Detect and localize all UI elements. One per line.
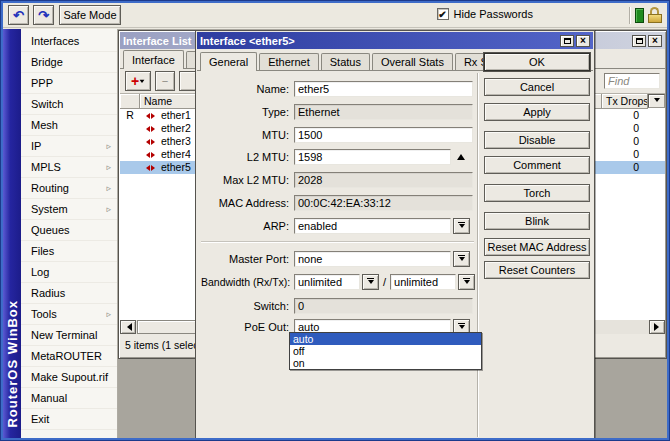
maximize-button[interactable] [632, 35, 646, 47]
scroll-left-button[interactable] [120, 320, 136, 334]
max-l2mtu-value: 2028 [294, 172, 473, 188]
sidebar-item-switch[interactable]: Switch [21, 94, 117, 115]
sidebar-item-interfaces[interactable]: Interfaces [21, 31, 117, 52]
dropdown-option-off[interactable]: off [290, 345, 481, 357]
winbox-window: ↶ ↷ Safe Mode ✔ Hide Passwords RouterOS … [0, 0, 670, 441]
blink-button[interactable]: Blink [484, 212, 590, 230]
tab-status[interactable]: Status [321, 53, 370, 70]
sidebar-item-queues[interactable]: Queues [21, 220, 117, 241]
mtu-input[interactable] [294, 127, 473, 143]
cancel-button[interactable]: Cancel [484, 78, 590, 96]
comment-button[interactable]: Comment [484, 156, 590, 174]
main-toolbar: ↶ ↷ Safe Mode ✔ Hide Passwords [3, 3, 667, 28]
bandwidth-separator: / [383, 276, 386, 288]
name-input[interactable] [294, 81, 473, 97]
master-port-dropdown-button[interactable] [453, 251, 470, 267]
poe-out-dropdown-list: auto off on [289, 332, 482, 370]
disable-button[interactable]: Disable [484, 131, 590, 149]
reset-counters-button[interactable]: Reset Counters [484, 261, 590, 279]
torch-button[interactable]: Torch [484, 184, 590, 202]
maximize-icon [636, 38, 643, 44]
sidebar-item-files[interactable]: Files [21, 241, 117, 262]
sidebar-item-log[interactable]: Log [21, 262, 117, 283]
arrow-right-icon [654, 323, 663, 331]
poe-out-field-label: PoE Out: [201, 321, 289, 333]
tab-interface[interactable]: Interface [123, 50, 184, 69]
apply-button[interactable]: Apply [484, 103, 590, 121]
brand-strip: RouterOS WinBox [3, 29, 21, 438]
scroll-right-button[interactable] [649, 320, 665, 334]
sidebar-item-mpls[interactable]: MPLS▹ [21, 157, 117, 178]
plus-icon: + [131, 73, 139, 89]
hide-passwords-label: Hide Passwords [454, 8, 533, 20]
form-separator [201, 241, 474, 243]
tab-overall-stats[interactable]: Overall Stats [372, 53, 453, 70]
sidebar-item-ip[interactable]: IP▹ [21, 136, 117, 157]
tab-ethernet[interactable]: Ethernet [259, 53, 319, 70]
undo-button[interactable]: ↶ [8, 5, 29, 25]
sidebar-item-ppp[interactable]: PPP [21, 73, 117, 94]
close-button[interactable]: × [576, 35, 590, 47]
dropdown-icon [458, 323, 465, 332]
master-port-field-label: Master Port: [201, 253, 289, 265]
ethernet-interface-icon [143, 152, 158, 158]
dropdown-option-auto[interactable]: auto [290, 333, 481, 345]
sidebar-menu: Interfaces Bridge PPP Switch Mesh IP▹ MP… [21, 29, 118, 438]
bandwidth-tx-dropdown-button[interactable] [458, 274, 475, 290]
submenu-arrow-icon: ▹ [106, 199, 111, 220]
safe-mode-button[interactable]: Safe Mode [59, 5, 121, 25]
sidebar-item-new-terminal[interactable]: New Terminal [21, 325, 117, 346]
sidebar-item-manual[interactable]: Manual [21, 388, 117, 409]
hide-passwords-checkbox[interactable]: ✔ [437, 8, 449, 20]
sidebar-item-mesh[interactable]: Mesh [21, 115, 117, 136]
bandwidth-rx-select[interactable]: unlimited [294, 274, 360, 290]
sidebar-item-radius[interactable]: Radius [21, 283, 117, 304]
arp-select[interactable]: enabled [294, 218, 451, 234]
bandwidth-rx-dropdown-button[interactable] [362, 274, 379, 290]
switch-value: 0 [294, 298, 473, 314]
connection-status-indicator [635, 8, 644, 23]
tab-general[interactable]: General [200, 52, 257, 71]
sidebar-item-metarouter[interactable]: MetaROUTER [21, 346, 117, 367]
ethernet-interface-icon [143, 165, 158, 171]
sidebar-item-bridge[interactable]: Bridge [21, 52, 117, 73]
bandwidth-tx-select[interactable]: unlimited [390, 274, 456, 290]
toolbar-separator [629, 7, 631, 24]
remove-interface-button[interactable]: − [155, 71, 175, 91]
mtu-field-label: MTU: [201, 129, 289, 141]
sidebar-item-routing[interactable]: Routing▹ [21, 178, 117, 199]
sidebar-item-exit[interactable]: Exit [21, 409, 117, 430]
checkmark-icon: ✔ [438, 9, 446, 20]
reset-mac-address-button[interactable]: Reset MAC Address [484, 238, 590, 256]
add-interface-button[interactable]: + [125, 71, 151, 91]
master-port-select[interactable]: none [294, 251, 451, 267]
redo-button[interactable]: ↷ [33, 5, 54, 25]
sidebar-item-tools[interactable]: Tools▹ [21, 304, 117, 325]
dropdown-icon [458, 222, 465, 231]
undo-icon: ↶ [13, 8, 24, 23]
type-value: Ethernet [294, 104, 473, 120]
dialog-titlebar[interactable]: Interface <ether5> × [197, 32, 593, 49]
find-input[interactable] [604, 73, 660, 89]
maximize-button[interactable] [560, 35, 574, 47]
l2mtu-field-label: L2 MTU: [201, 151, 289, 163]
dropdown-option-on[interactable]: on [290, 357, 481, 369]
flag-column-header[interactable] [120, 94, 140, 109]
column-select-button[interactable] [648, 94, 665, 108]
close-button[interactable]: × [648, 35, 662, 47]
redo-icon: ↷ [38, 8, 49, 23]
sidebar-item-system[interactable]: System▹ [21, 199, 117, 220]
switch-field-label: Switch: [201, 300, 289, 312]
ok-button[interactable]: OK [484, 53, 590, 71]
maximize-icon [564, 38, 571, 44]
sidebar-item-make-supout[interactable]: Make Supout.rif [21, 367, 117, 388]
l2mtu-input[interactable] [294, 149, 451, 165]
ethernet-interface-icon [143, 113, 158, 119]
arp-dropdown-button[interactable] [453, 218, 470, 234]
tx-drops-column-header[interactable]: Tx Drops [602, 94, 648, 109]
close-icon: × [580, 36, 586, 46]
bandwidth-field-label: Bandwidth (Rx/Tx): [201, 276, 289, 288]
interface-ether5-dialog: Interface <ether5> × General Ethernet St… [195, 30, 595, 440]
mac-address-field-label: MAC Address: [201, 197, 289, 209]
arrow-up-icon[interactable] [457, 150, 465, 160]
